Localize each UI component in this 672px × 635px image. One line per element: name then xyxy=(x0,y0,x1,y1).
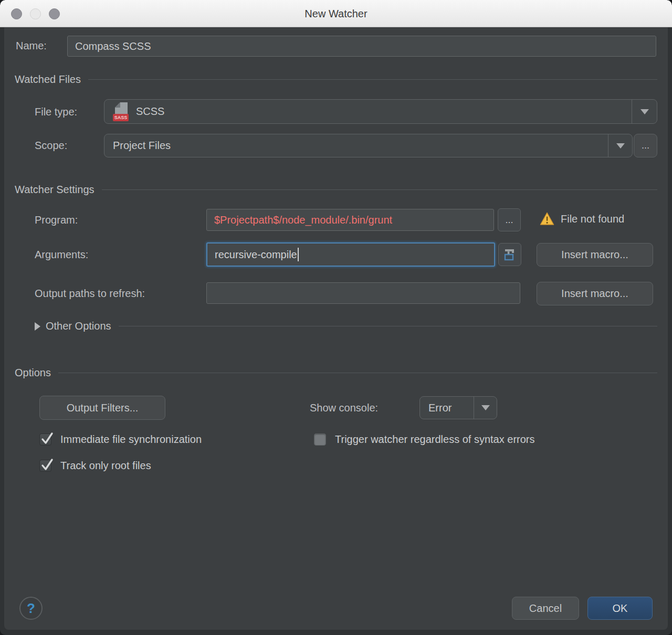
output-paths-label: Output paths to refresh: xyxy=(35,288,145,300)
scope-combobox[interactable]: Project Files xyxy=(104,134,633,157)
name-label: Name: xyxy=(16,40,47,52)
track-root-files-checkbox[interactable] xyxy=(39,460,51,472)
watched-files-section-header: Watched Files xyxy=(15,73,657,86)
title-bar: New Watcher xyxy=(0,0,672,27)
file-not-found-text: File not found xyxy=(561,213,624,225)
scope-label: Scope: xyxy=(35,140,67,152)
expand-field-icon xyxy=(503,248,517,261)
output-filters-button[interactable]: Output Filters... xyxy=(39,396,165,420)
triangle-right-icon xyxy=(35,322,40,331)
file-type-value: SCSS xyxy=(136,105,164,118)
program-browse-button[interactable]: ... xyxy=(498,208,521,231)
file-type-dropdown-button[interactable] xyxy=(632,100,657,123)
checkmark-icon xyxy=(40,430,55,446)
warning-icon xyxy=(540,212,554,226)
scope-value: Project Files xyxy=(113,140,171,152)
file-type-combobox[interactable]: SASS SCSS xyxy=(104,99,657,124)
file-type-label: File type: xyxy=(35,106,77,118)
other-options-toggle[interactable]: Other Options xyxy=(35,320,657,332)
other-options-label: Other Options xyxy=(46,320,111,332)
chevron-down-icon xyxy=(640,109,649,114)
sass-badge: SASS xyxy=(113,114,129,121)
text-caret xyxy=(298,248,299,261)
name-value: Compass SCSS xyxy=(75,40,151,52)
new-watcher-dialog: New Watcher Name: Compass SCSS Watched F… xyxy=(0,0,672,635)
section-divider xyxy=(102,189,657,190)
chevron-down-icon xyxy=(481,405,490,410)
track-root-files-label[interactable]: Track only root files xyxy=(60,460,151,472)
section-divider xyxy=(58,373,657,373)
checkmark-icon xyxy=(40,457,55,472)
section-divider xyxy=(119,326,657,326)
show-console-combobox[interactable]: Error xyxy=(419,396,497,419)
output-paths-input[interactable] xyxy=(206,282,520,304)
ok-button[interactable]: OK xyxy=(587,597,653,620)
sass-file-icon: SASS xyxy=(113,102,129,121)
scope-browse-button[interactable]: ... xyxy=(634,134,657,157)
trigger-watcher-label[interactable]: Trigger watcher regardless of syntax err… xyxy=(335,433,535,446)
arguments-value: recursive-compile xyxy=(215,249,297,261)
dialog-content: Name: Compass SCSS Watched Files File ty… xyxy=(4,27,668,630)
output-paths-insert-macro-button[interactable]: Insert macro... xyxy=(537,282,653,305)
name-input[interactable]: Compass SCSS xyxy=(67,36,656,57)
show-console-label: Show console: xyxy=(310,402,378,414)
arguments-expand-button[interactable] xyxy=(498,243,521,266)
show-console-dropdown-button[interactable] xyxy=(474,397,497,419)
program-input[interactable]: $Projectpath$/node_module/.bin/grunt xyxy=(206,209,494,231)
show-console-value: Error xyxy=(428,402,452,414)
cancel-button[interactable]: Cancel xyxy=(512,597,579,620)
arguments-input[interactable]: recursive-compile xyxy=(206,242,495,267)
arguments-insert-macro-button[interactable]: Insert macro... xyxy=(537,243,653,267)
arguments-label: Arguments: xyxy=(35,249,88,261)
watcher-settings-title: Watcher Settings xyxy=(15,184,94,196)
program-warning: File not found xyxy=(540,212,624,226)
immediate-file-sync-checkbox[interactable] xyxy=(39,433,51,446)
section-divider xyxy=(88,79,657,80)
trigger-watcher-checkbox[interactable] xyxy=(314,433,326,446)
options-title: Options xyxy=(15,367,51,379)
window-title: New Watcher xyxy=(0,0,672,27)
scope-dropdown-button[interactable] xyxy=(608,134,632,157)
help-button[interactable]: ? xyxy=(19,597,43,620)
watched-files-title: Watched Files xyxy=(15,73,81,86)
immediate-file-sync-label[interactable]: Immediate file synchronization xyxy=(60,433,202,446)
watcher-settings-section-header: Watcher Settings xyxy=(15,184,657,196)
options-section-header: Options xyxy=(15,367,657,379)
program-value: $Projectpath$/node_module/.bin/grunt xyxy=(214,214,392,226)
program-label: Program: xyxy=(35,214,78,226)
chevron-down-icon xyxy=(616,143,625,149)
